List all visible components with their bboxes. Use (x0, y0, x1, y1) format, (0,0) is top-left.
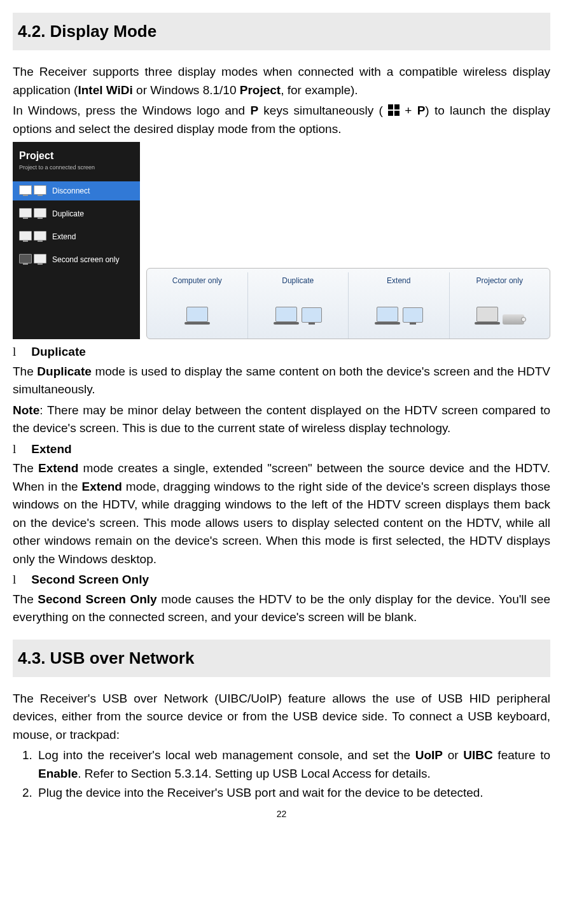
bullet-duplicate: l Duplicate (13, 343, 550, 361)
page-number: 22 (13, 808, 550, 821)
text-bold: Duplicate (37, 365, 92, 378)
monitor-pair-icon (19, 185, 46, 196)
usb-step-1: Log into the receiver's local web manage… (36, 746, 550, 783)
bullet-marker: l (13, 571, 16, 589)
text-bold: UoIP (415, 748, 443, 762)
bullet-label: Second Screen Only (31, 571, 149, 589)
usb-intro: The Receiver's USB over Network (UIBC/Uo… (13, 690, 550, 745)
text-bold: Intel WiDi (78, 83, 132, 97)
bullet-extend: l Extend (13, 440, 550, 459)
project-option-disconnect: Disconnect (13, 181, 140, 200)
section-heading-usb-over-network: 4.3. USB over Network (13, 640, 550, 677)
text: : There may be minor delay between the c… (13, 403, 550, 435)
monitor-pair-icon (19, 231, 46, 242)
win7-option-label: Projector only (476, 275, 523, 286)
text: In Windows, press the Windows logo and (13, 104, 250, 117)
win7-option-label: Extend (387, 275, 410, 286)
project-option-label: Duplicate (52, 208, 84, 220)
text-bold: Second Screen Only (38, 592, 156, 606)
bullet-label: Duplicate (31, 343, 86, 361)
win7-option-projector-only: Projector only (449, 272, 550, 339)
win7-option-duplicate: Duplicate (247, 272, 349, 339)
bullet-second-screen: l Second Screen Only (13, 571, 550, 589)
windows-logo-icon (388, 104, 400, 116)
note-label: Note (13, 403, 39, 417)
text: or Windows 8.1/10 (133, 83, 240, 97)
project-option-extend: Extend (13, 227, 140, 246)
text-bold: Project (240, 83, 281, 97)
text: keys simultaneously ( (258, 104, 388, 117)
second-screen-description: The Second Screen Only mode causes the H… (13, 591, 550, 627)
text: mode is used to display the same content… (13, 365, 550, 396)
section-heading-display-mode: 4.2. Display Mode (13, 13, 550, 50)
bullet-marker: l (13, 343, 16, 361)
intro-paragraph-1: The Receiver supports three display mode… (13, 63, 550, 99)
text-bold: UIBC (463, 748, 492, 762)
project-panel-title: Project (13, 146, 140, 164)
monitor-pair-icon (19, 208, 46, 219)
extend-description: The Extend mode creates a single, extend… (13, 459, 550, 568)
text-bold: Extend (82, 480, 122, 493)
project-option-label: Disconnect (52, 185, 90, 197)
project-option-duplicate: Duplicate (13, 204, 140, 223)
text: The (13, 592, 38, 606)
project-panel-figure: Project Project to a connected screen Di… (13, 142, 140, 339)
text-bold: P (250, 104, 258, 117)
win7-option-extend: Extend (348, 272, 449, 339)
text-bold: Extend (38, 461, 78, 475)
text: or (443, 748, 463, 762)
bullet-marker: l (13, 440, 16, 459)
text: , for example). (281, 83, 358, 97)
text: + (400, 104, 417, 117)
project-panel-subtitle: Project to a connected screen (13, 164, 140, 178)
win7-option-computer-only: Computer only (147, 272, 247, 339)
duplicate-note: Note: There may be minor delay between t… (13, 402, 550, 438)
monitor-pair-icon (19, 254, 46, 265)
laptop-monitor-icon (274, 286, 322, 325)
win7-option-label: Duplicate (282, 275, 314, 286)
win7-option-label: Computer only (172, 275, 222, 286)
win7-display-panel-figure: Computer only Duplicate Extend Projector… (146, 268, 550, 339)
text: . Refer to Section 5.3.14. Setting up US… (78, 767, 430, 780)
duplicate-description: The Duplicate mode is used to display th… (13, 363, 550, 399)
laptop-icon (184, 286, 210, 325)
laptop-projector-icon (475, 286, 524, 325)
text-bold: P (417, 104, 426, 117)
text-bold: Enable (38, 767, 78, 780)
text: The (13, 461, 38, 475)
bullet-label: Extend (31, 440, 71, 459)
figures-row: Project Project to a connected screen Di… (13, 142, 550, 339)
project-option-label: Second screen only (52, 254, 119, 265)
laptop-monitor-icon (375, 286, 423, 325)
text: Log into the receiver's local web manage… (38, 748, 415, 762)
usb-steps-list: Log into the receiver's local web manage… (13, 746, 550, 802)
text: feature to (493, 748, 550, 762)
intro-paragraph-2: In Windows, press the Windows logo and P… (13, 102, 550, 138)
project-option-label: Extend (52, 231, 76, 242)
text: The (13, 365, 37, 378)
project-option-second-screen: Second screen only (13, 250, 140, 269)
usb-step-2: Plug the device into the Receiver's USB … (36, 784, 550, 802)
